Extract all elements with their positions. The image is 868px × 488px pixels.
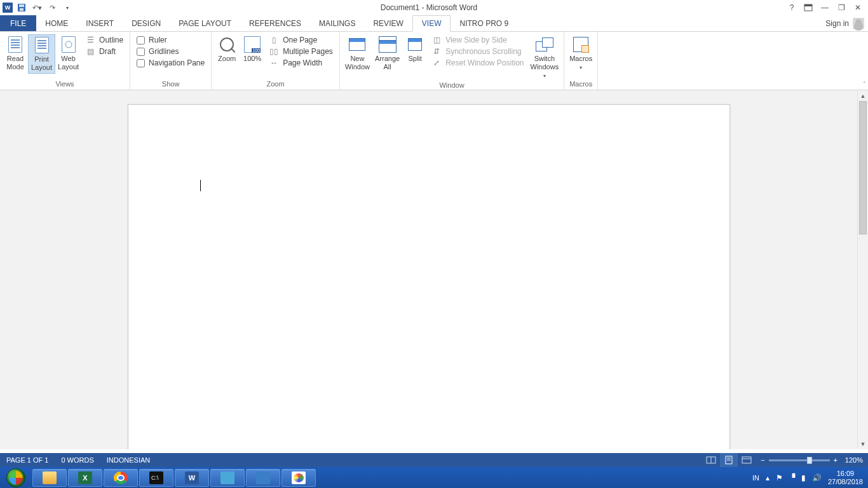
outline-button[interactable]: ☰Outline <box>85 36 123 44</box>
zoom-100-button[interactable]: 100% <box>240 34 265 64</box>
page[interactable] <box>128 104 730 449</box>
macros-icon <box>573 37 588 52</box>
taskbar-chrome[interactable] <box>104 469 138 487</box>
app2-icon <box>256 471 270 484</box>
print-layout-button[interactable]: Print Layout <box>28 34 55 74</box>
ribbon-tabs: FILE HOME INSERT DESIGN PAGE LAYOUT REFE… <box>0 15 868 32</box>
gridlines-checkbox[interactable]: Gridlines <box>137 47 205 56</box>
undo-button[interactable]: ↶▾ <box>31 1 43 14</box>
window-title: Document1 - Microsoft Word <box>74 3 784 12</box>
app1-icon <box>220 471 234 484</box>
tab-nitro-pro[interactable]: NITRO PRO 9 <box>451 15 517 31</box>
close-button[interactable]: ✕ <box>850 1 865 14</box>
page-width-icon: ↔ <box>269 58 279 67</box>
page-indicator[interactable]: PAGE 1 OF 1 <box>0 453 55 467</box>
taskbar-excel[interactable]: X <box>68 469 102 487</box>
read-mode-button[interactable]: Read Mode <box>3 34 28 72</box>
svg-rect-1 <box>19 4 24 7</box>
tray-network-icon[interactable]: ▝ <box>789 473 795 482</box>
taskbar-word[interactable]: W <box>175 469 209 487</box>
document-scroll[interactable] <box>0 90 857 449</box>
split-button[interactable]: Split <box>402 34 428 64</box>
svg-rect-2 <box>20 8 24 11</box>
redo-button[interactable]: ↷ <box>46 1 58 14</box>
scroll-thumb[interactable] <box>859 101 867 234</box>
zoom-control: − + 120% <box>756 456 868 464</box>
svg-rect-4 <box>804 4 812 6</box>
zoom-in-button[interactable]: + <box>834 456 837 464</box>
file-tab[interactable]: FILE <box>0 15 36 31</box>
tab-home[interactable]: HOME <box>36 15 77 31</box>
zoom-slider-knob[interactable] <box>807 457 812 464</box>
word-count[interactable]: 0 WORDS <box>55 453 100 467</box>
zoom-out-button[interactable]: − <box>761 456 764 464</box>
zoom-button[interactable]: Zoom <box>214 34 240 64</box>
tray-clock[interactable]: 16:09 27/08/2018 <box>828 470 863 486</box>
ruler-checkbox[interactable]: Ruler <box>137 36 205 44</box>
scroll-track[interactable] <box>858 101 868 438</box>
switch-windows-button[interactable]: Switch Windows <box>528 34 562 80</box>
tab-review[interactable]: REVIEW <box>364 15 412 31</box>
tray-battery-icon[interactable]: ▮ <box>801 473 806 482</box>
tray-time: 16:09 <box>828 470 863 478</box>
word-icon: W <box>185 471 199 484</box>
group-window-label: Window <box>340 80 564 91</box>
new-window-button[interactable]: New Window <box>342 34 372 72</box>
tray-volume-icon[interactable]: 🔊 <box>812 473 822 482</box>
multiple-pages-button[interactable]: ▯▯Multiple Pages <box>269 47 333 56</box>
help-button[interactable]: ? <box>784 1 799 14</box>
web-layout-view-button[interactable] <box>738 453 756 467</box>
taskbar-cmd[interactable]: C:\ <box>139 469 173 487</box>
print-layout-icon <box>35 37 49 53</box>
group-zoom-label: Zoom <box>212 79 339 90</box>
read-mode-view-button[interactable] <box>702 453 720 467</box>
web-layout-button[interactable]: Web Layout <box>55 34 81 72</box>
window-controls: ? — ❐ ✕ <box>784 1 868 14</box>
taskbar-paint[interactable] <box>281 469 316 487</box>
maximize-button[interactable]: ❐ <box>834 1 849 14</box>
page-width-button[interactable]: ↔Page Width <box>269 58 333 67</box>
zoom-icon <box>220 37 234 51</box>
excel-icon: X <box>78 471 92 484</box>
language-indicator[interactable]: INDONESIAN <box>100 453 156 467</box>
zoom-slider[interactable] <box>769 459 830 461</box>
taskbar-app1[interactable] <box>210 469 245 487</box>
taskbar-explorer[interactable] <box>32 469 67 487</box>
title-bar: W ↶▾ ↷ ▾ Document1 - Microsoft Word ? — … <box>0 0 868 15</box>
arrange-all-button[interactable]: Arrange All <box>372 34 402 72</box>
tab-references[interactable]: REFERENCES <box>240 15 310 31</box>
ribbon-display-options-button[interactable] <box>801 1 816 14</box>
sign-in-button[interactable]: Sign in <box>822 15 868 31</box>
tab-view[interactable]: VIEW <box>412 15 451 32</box>
save-button[interactable] <box>15 1 28 14</box>
tray-language[interactable]: IN <box>752 474 759 482</box>
collapse-ribbon-button[interactable]: ˆ <box>864 81 865 88</box>
print-layout-view-button[interactable] <box>720 453 738 467</box>
scroll-up-button[interactable]: ▲ <box>858 90 868 101</box>
chrome-icon <box>114 471 128 484</box>
minimize-button[interactable]: — <box>817 1 832 14</box>
tab-design[interactable]: DESIGN <box>123 15 170 31</box>
tab-page-layout[interactable]: PAGE LAYOUT <box>170 15 240 31</box>
qat-customize-button[interactable]: ▾ <box>61 1 74 14</box>
system-tray: IN ▴ ⚑ ▝ ▮ 🔊 16:09 27/08/2018 <box>747 470 868 486</box>
paint-icon <box>292 471 306 484</box>
tab-mailings[interactable]: MAILINGS <box>310 15 364 31</box>
one-page-button[interactable]: ▯One Page <box>269 36 333 44</box>
tab-insert[interactable]: INSERT <box>77 15 123 31</box>
draft-button[interactable]: ▤Draft <box>85 47 123 56</box>
tray-flag-icon[interactable]: ⚑ <box>776 473 783 482</box>
word-app-icon[interactable]: W <box>3 3 13 13</box>
tray-show-hidden-icon[interactable]: ▴ <box>766 473 770 482</box>
vertical-scrollbar[interactable]: ▲ ▼ <box>857 90 868 449</box>
taskbar-app2[interactable] <box>246 469 280 487</box>
user-avatar-icon <box>853 18 864 29</box>
scroll-down-button[interactable]: ▼ <box>858 438 868 449</box>
group-show-label: Show <box>130 79 211 90</box>
macros-button[interactable]: Macros <box>567 34 595 72</box>
zoom-level[interactable]: 120% <box>841 456 863 464</box>
start-button[interactable] <box>0 467 32 488</box>
document-area: ▲ ▼ <box>0 90 868 449</box>
navigation-pane-checkbox[interactable]: Navigation Pane <box>137 58 205 67</box>
group-macros: Macros Macros <box>564 32 598 90</box>
